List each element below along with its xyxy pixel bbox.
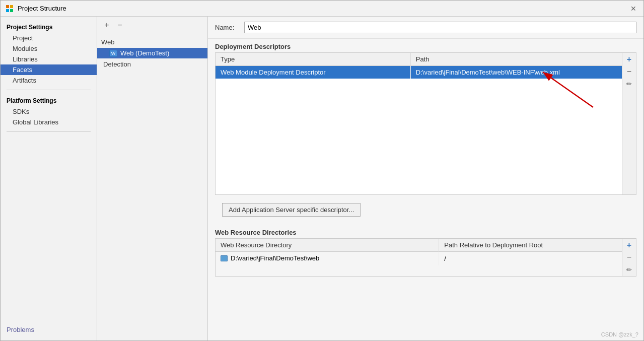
wrd-cell-path: / xyxy=(439,252,622,265)
sidebar-divider-2 xyxy=(7,131,91,132)
sidebar-item-facets[interactable]: Facets xyxy=(1,64,97,75)
project-settings-label: Project Settings xyxy=(1,21,97,33)
middle-panel: + − Web W Web (DemoTest) Detection xyxy=(97,17,208,340)
edit-icon: ✏ xyxy=(626,80,632,88)
remove-descriptor-button[interactable]: − xyxy=(624,66,635,77)
name-row: Name: xyxy=(208,17,643,39)
deployment-table-actions: + − ✏ xyxy=(622,53,636,194)
close-button[interactable]: ✕ xyxy=(628,4,638,14)
add-icon: + xyxy=(627,55,631,64)
wrd-table: Web Resource Directory Path Relative to … xyxy=(216,239,622,265)
watermark: CSDN @zzk_? xyxy=(601,331,638,337)
plus-icon: + xyxy=(104,21,109,30)
tree-child-demotest[interactable]: W Web (DemoTest) xyxy=(97,48,207,58)
wrd-table-row[interactable]: D:\varied\jFinal\DemoTest\web / xyxy=(216,252,622,265)
svg-rect-1 xyxy=(10,5,13,8)
deployment-descriptors-title: Deployment Descriptors xyxy=(208,39,643,52)
table-cell-path: D:\varied\jFinal\DemoTest\web\WEB-INF\we… xyxy=(410,66,622,79)
table-row[interactable]: Web Module Deployment Descriptor D:\vari… xyxy=(216,66,622,79)
add-descriptor-button[interactable]: + xyxy=(624,54,635,65)
sidebar-item-problems[interactable]: Problems xyxy=(1,323,97,336)
web-facet-icon: W xyxy=(109,50,117,57)
right-inner: Name: Deployment Descriptors Type xyxy=(208,17,643,340)
sidebar-item-modules[interactable]: Modules xyxy=(1,43,97,54)
middle-toolbar: + − xyxy=(97,17,207,34)
name-label: Name: xyxy=(215,24,240,31)
detection-item[interactable]: Detection xyxy=(97,58,207,70)
project-structure-dialog: Project Structure ✕ Project Settings Pro… xyxy=(0,0,644,341)
edit-descriptor-button[interactable]: ✏ xyxy=(624,78,635,89)
path-header: Path xyxy=(410,53,622,66)
dialog-title: Project Structure xyxy=(18,5,628,12)
main-content: Project Settings Project Modules Librari… xyxy=(1,17,643,340)
right-panel: Name: Deployment Descriptors Type xyxy=(208,17,643,340)
sidebar-item-project[interactable]: Project xyxy=(1,33,97,43)
wrd-cell-directory: D:\varied\jFinal\DemoTest\web xyxy=(216,252,439,265)
wrd-path-header: Path Relative to Deployment Root xyxy=(439,239,622,252)
facet-tree: Web W Web (DemoTest) Detection xyxy=(97,34,207,340)
tree-root-web[interactable]: Web xyxy=(97,36,207,48)
type-header: Type xyxy=(216,53,410,66)
svg-rect-3 xyxy=(10,9,13,12)
title-bar: Project Structure ✕ xyxy=(1,1,643,17)
wrd-table-actions: + − ✏ xyxy=(622,239,636,276)
sidebar-divider xyxy=(7,90,91,90)
sidebar-item-global-libraries[interactable]: Global Libraries xyxy=(1,117,97,127)
add-facet-button[interactable]: + xyxy=(101,20,112,31)
add-wrd-icon: + xyxy=(627,241,631,250)
sidebar-item-sdks[interactable]: SDKs xyxy=(1,106,97,117)
remove-wrd-button[interactable]: − xyxy=(624,252,635,263)
folder-icon xyxy=(221,255,228,261)
edit-wrd-button[interactable]: ✏ xyxy=(624,264,635,275)
minus-icon: − xyxy=(117,21,122,30)
table-cell-type: Web Module Deployment Descriptor xyxy=(216,66,410,79)
wrd-dir-header: Web Resource Directory xyxy=(216,239,439,252)
sidebar: Project Settings Project Modules Librari… xyxy=(1,17,97,340)
web-resource-title: Web Resource Directories xyxy=(208,225,643,238)
add-server-descriptor-button[interactable]: Add Application Server specific descript… xyxy=(222,203,361,217)
edit-wrd-icon: ✏ xyxy=(626,266,632,274)
svg-rect-2 xyxy=(6,9,9,12)
add-wrd-button[interactable]: + xyxy=(624,240,635,251)
app-icon xyxy=(6,5,14,13)
platform-settings-label: Platform Settings xyxy=(1,94,97,106)
remove-wrd-icon: − xyxy=(627,253,631,262)
remove-icon: − xyxy=(627,67,631,76)
deployment-table: Type Path Web Module xyxy=(216,53,622,79)
svg-rect-0 xyxy=(6,5,9,8)
sidebar-item-artifacts[interactable]: Artifacts xyxy=(1,75,97,86)
remove-facet-button[interactable]: − xyxy=(114,20,125,31)
name-input[interactable] xyxy=(244,22,636,33)
sidebar-item-libraries[interactable]: Libraries xyxy=(1,54,97,64)
